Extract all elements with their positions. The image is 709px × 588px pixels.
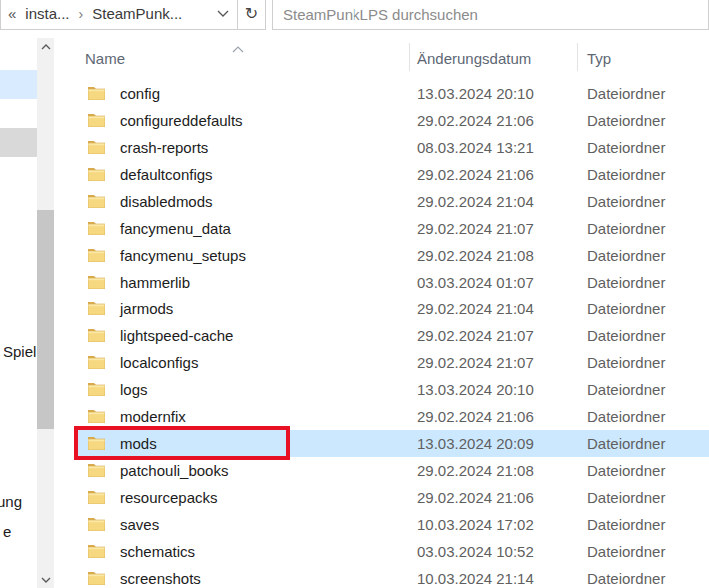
folder-icon — [88, 517, 105, 531]
type-label: Dateiordner — [587, 193, 665, 210]
file-row[interactable]: localconfigs 29.02.2024 21:07 Dateiordne… — [56, 349, 709, 376]
modified-date: 10.03.2024 17:02 — [417, 516, 534, 533]
folder-icon — [88, 463, 105, 477]
file-row[interactable]: schematics 03.03.2024 10:52 Dateiordner — [56, 538, 709, 565]
file-row[interactable]: modernfix 29.02.2024 21:06 Dateiordner — [56, 403, 709, 430]
file-row[interactable]: disabledmods 29.02.2024 21:04 Dateiordne… — [56, 188, 709, 215]
folder-name: config — [120, 85, 160, 102]
folder-name: lightspeed-cache — [120, 327, 233, 344]
column-header-name[interactable]: Name — [85, 50, 125, 67]
chevron-down-icon — [217, 10, 229, 17]
folder-icon — [88, 140, 105, 154]
file-row[interactable]: jarmods 29.02.2024 21:04 Dateiordner — [56, 295, 709, 322]
folder-name: modernfix — [120, 408, 186, 425]
folder-icon — [88, 275, 105, 289]
folder-icon — [88, 194, 105, 208]
type-label: Dateiordner — [587, 327, 665, 344]
file-row[interactable]: mods 13.03.2024 20:09 Dateiordner — [56, 430, 709, 457]
type-label: Dateiordner — [587, 139, 665, 156]
address-bar[interactable]: « insta... › SteamPunk... ↻ — [0, 0, 266, 30]
search-input[interactable] — [273, 0, 708, 29]
nav-item-label-ung[interactable]: ung — [0, 493, 22, 510]
navigation-pane: Spiel ung e — [0, 30, 56, 588]
type-label: Dateiordner — [587, 381, 665, 398]
type-label: Dateiordner — [587, 489, 665, 506]
folder-name: configureddefaults — [120, 112, 243, 129]
chevron-up-icon — [41, 44, 51, 50]
modified-date: 03.03.2024 01:07 — [417, 274, 534, 291]
refresh-icon: ↻ — [245, 4, 258, 23]
folder-icon — [88, 382, 105, 396]
file-row[interactable]: lightspeed-cache 29.02.2024 21:07 Dateio… — [56, 322, 709, 349]
nav-item-label-e[interactable]: e — [3, 523, 11, 540]
column-header-modified[interactable]: Änderungsdatum — [417, 50, 531, 67]
folder-icon — [88, 113, 105, 127]
folder-name: schematics — [120, 543, 195, 560]
folder-name: saves — [120, 516, 159, 533]
folder-icon — [88, 571, 105, 585]
modified-date: 10.03.2024 21:14 — [417, 570, 534, 587]
search-box[interactable] — [272, 0, 709, 30]
folder-icon — [88, 167, 105, 181]
type-label: Dateiordner — [587, 166, 665, 183]
type-label: Dateiordner — [587, 220, 665, 237]
file-row[interactable]: defaultconfigs 29.02.2024 21:06 Dateiord… — [56, 161, 709, 188]
modified-date: 29.02.2024 21:08 — [417, 247, 534, 264]
type-label: Dateiordner — [587, 543, 665, 560]
file-row[interactable]: config 13.03.2024 20:10 Dateiordner — [56, 80, 709, 107]
scroll-down-button[interactable] — [37, 571, 54, 588]
modified-date: 08.03.2024 13:21 — [417, 139, 534, 156]
type-label: Dateiordner — [587, 274, 665, 291]
folder-icon — [88, 86, 105, 100]
column-separator[interactable] — [577, 43, 578, 71]
file-row[interactable]: hammerlib 03.03.2024 01:07 Dateiordner — [56, 269, 709, 295]
file-row[interactable]: logs 13.03.2024 20:10 Dateiordner — [56, 376, 709, 403]
scroll-up-button[interactable] — [37, 38, 54, 55]
modified-date: 29.02.2024 21:06 — [417, 489, 534, 506]
sort-ascending-icon — [232, 39, 244, 57]
highlight-red-box — [74, 426, 290, 460]
file-list-pane: Name Änderungsdatum Typ config 13.03.202… — [56, 30, 709, 588]
folder-icon — [88, 544, 105, 558]
address-dropdown-button[interactable] — [209, 0, 237, 29]
folder-icon — [88, 355, 105, 369]
nav-item-label-spiele[interactable]: Spiel — [3, 343, 36, 360]
file-row[interactable]: fancymenu_setups 29.02.2024 21:08 Dateio… — [56, 242, 709, 269]
file-row[interactable]: fancymenu_data 29.02.2024 21:07 Dateiord… — [56, 215, 709, 242]
file-rows: config 13.03.2024 20:10 Dateiordner conf… — [56, 80, 709, 588]
folder-name: defaultconfigs — [120, 166, 213, 183]
file-row[interactable]: configureddefaults 29.02.2024 21:06 Date… — [56, 107, 709, 134]
column-separator[interactable] — [409, 43, 410, 71]
breadcrumb-overflow-icon[interactable]: « — [8, 5, 16, 22]
breadcrumb-item-steampunklps[interactable]: SteamPunk... — [92, 5, 182, 22]
folder-name: hammerlib — [120, 274, 190, 291]
modified-date: 29.02.2024 21:07 — [417, 220, 534, 237]
type-label: Dateiordner — [587, 300, 665, 317]
scrollbar-thumb[interactable] — [37, 210, 54, 429]
column-header-type[interactable]: Typ — [587, 50, 611, 67]
modified-date: 29.02.2024 21:07 — [417, 354, 534, 371]
breadcrumb-item-installations[interactable]: insta... — [25, 5, 69, 22]
nav-item-highlighted[interactable] — [0, 70, 37, 99]
refresh-button[interactable]: ↻ — [238, 0, 265, 29]
type-label: Dateiordner — [587, 354, 665, 371]
folder-icon — [88, 490, 105, 504]
modified-date: 29.02.2024 21:04 — [417, 193, 534, 210]
file-row[interactable]: saves 10.03.2024 17:02 Dateiordner — [56, 511, 709, 538]
nav-item-selected[interactable] — [0, 128, 37, 157]
type-label: Dateiordner — [587, 570, 665, 587]
column-headers: Name Änderungsdatum Typ — [56, 36, 709, 78]
file-row[interactable]: crash-reports 08.03.2024 13:21 Dateiordn… — [56, 134, 709, 161]
file-row[interactable]: screenshots 10.03.2024 21:14 Dateiordner — [56, 565, 709, 588]
nav-scrollbar[interactable] — [37, 38, 54, 588]
file-row[interactable]: patchouli_books 29.02.2024 21:08 Dateior… — [56, 457, 709, 484]
file-row[interactable]: resourcepacks 29.02.2024 21:06 Dateiordn… — [56, 484, 709, 511]
modified-date: 29.02.2024 21:07 — [417, 327, 534, 344]
folder-name: mods — [120, 435, 157, 452]
folder-name: patchouli_books — [120, 462, 228, 479]
type-label: Dateiordner — [587, 247, 665, 264]
folder-icon — [88, 248, 105, 262]
modified-date: 29.02.2024 21:08 — [417, 462, 534, 479]
type-label: Dateiordner — [587, 516, 665, 533]
type-label: Dateiordner — [587, 85, 665, 102]
